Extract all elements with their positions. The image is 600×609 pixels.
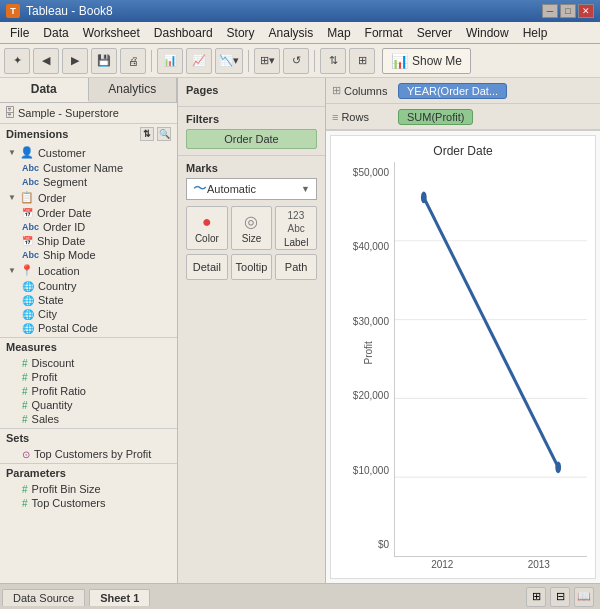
field-label-profit-bin-size: Profit Bin Size (32, 483, 101, 495)
field-customer-name[interactable]: Abc Customer Name (0, 161, 177, 175)
tab-analytics[interactable]: Analytics (89, 78, 178, 102)
hash-icon-bin-size: # (22, 484, 28, 495)
field-list: ▼ 👤 Customer Abc Customer Name Abc Segme… (0, 144, 177, 583)
menu-data[interactable]: Data (37, 24, 74, 42)
tab-data[interactable]: Data (0, 78, 89, 102)
toolbar-forward-btn[interactable]: ▶ (62, 48, 88, 74)
menu-format[interactable]: Format (359, 24, 409, 42)
marks-label-btn[interactable]: 123Abc Label (275, 206, 317, 250)
y-axis: $50,000 $40,000 $30,000 $20,000 $10,000 … (339, 162, 394, 570)
tab-data-source[interactable]: Data Source (2, 589, 85, 606)
minimize-button[interactable]: ─ (542, 4, 558, 18)
new-dashboard-icon[interactable]: ⊟ (550, 587, 570, 607)
toolbar-print-btn[interactable]: 🖨 (120, 48, 146, 74)
toolbar-group-btn[interactable]: ⊞ (349, 48, 375, 74)
menu-worksheet[interactable]: Worksheet (77, 24, 146, 42)
field-discount[interactable]: # Discount (0, 356, 177, 370)
field-ship-mode[interactable]: Abc Ship Mode (0, 248, 177, 262)
field-profit[interactable]: # Profit (0, 370, 177, 384)
dim-sort-btn[interactable]: ⇅ (140, 127, 154, 141)
columns-pill[interactable]: YEAR(Order Dat... (398, 83, 507, 99)
menu-map[interactable]: Map (321, 24, 356, 42)
search-bar: 🗄 Sample - Superstore (0, 103, 177, 124)
field-group-customer[interactable]: ▼ 👤 Customer (0, 144, 177, 161)
marks-size-btn[interactable]: ◎ Size (231, 206, 273, 250)
toolbar-sort-btn[interactable]: ⇅ (320, 48, 346, 74)
x-axis: 2012 2013 (394, 559, 587, 570)
size-circle-icon: ◎ (244, 212, 258, 231)
marks-path-btn[interactable]: Path (275, 254, 317, 280)
field-country[interactable]: 🌐 Country (0, 279, 177, 293)
hash-icon-top-customers: # (22, 498, 28, 509)
filters-section: Filters Order Date (178, 107, 325, 156)
menu-dashboard[interactable]: Dashboard (148, 24, 219, 42)
database-icon: 🗄 (4, 106, 16, 120)
toolbar-filter-btn[interactable]: ⊞▾ (254, 48, 280, 74)
field-state[interactable]: 🌐 State (0, 293, 177, 307)
dim-controls: ⇅ 🔍 (140, 127, 171, 141)
hash-icon-profit: # (22, 372, 28, 383)
new-story-icon[interactable]: 📖 (574, 587, 594, 607)
marks-label-label: Label (284, 237, 308, 248)
toolbar-back-btn[interactable]: ◀ (33, 48, 59, 74)
set-icon: ⊙ (22, 449, 30, 460)
toolbar-chart-btn3[interactable]: 📉▾ (215, 48, 243, 74)
rows-shelf: ≡ Rows SUM(Profit) (326, 104, 600, 130)
y-value-0: $0 (378, 539, 389, 550)
field-profit-bin-size[interactable]: # Profit Bin Size (0, 482, 177, 496)
params-section-label: Parameters (0, 463, 177, 482)
order-group-label: Order (38, 192, 66, 204)
menu-story[interactable]: Story (221, 24, 261, 42)
y-value-1: $10,000 (353, 465, 389, 476)
marks-dropdown[interactable]: 〜 Automatic ▼ (186, 178, 317, 200)
location-group-label: Location (38, 265, 80, 277)
field-top-customers-by-profit[interactable]: ⊙ Top Customers by Profit (0, 447, 177, 461)
menu-file[interactable]: File (4, 24, 35, 42)
field-top-customers-param[interactable]: # Top Customers (0, 496, 177, 510)
field-group-order[interactable]: ▼ 📋 Order (0, 189, 177, 206)
field-ship-date[interactable]: 📅 Ship Date (0, 234, 177, 248)
menu-window[interactable]: Window (460, 24, 515, 42)
marks-detail-btn[interactable]: Detail (186, 254, 228, 280)
field-order-date[interactable]: 📅 Order Date (0, 206, 177, 220)
main-layout: Data Analytics 🗄 Sample - Superstore Dim… (0, 78, 600, 583)
dropdown-arrow-icon: ▼ (301, 184, 310, 194)
marks-tooltip-btn[interactable]: Tooltip (231, 254, 273, 280)
field-label-postal-code: Postal Code (38, 322, 98, 334)
field-group-location[interactable]: ▼ 📍 Location (0, 262, 177, 279)
toolbar-sep-1 (151, 50, 152, 72)
field-quantity[interactable]: # Quantity (0, 398, 177, 412)
field-segment[interactable]: Abc Segment (0, 175, 177, 189)
marks-color-btn[interactable]: ● Color (186, 206, 228, 250)
field-label-segment: Segment (43, 176, 87, 188)
close-button[interactable]: ✕ (578, 4, 594, 18)
field-order-id[interactable]: Abc Order ID (0, 220, 177, 234)
field-profit-ratio[interactable]: # Profit Ratio (0, 384, 177, 398)
maximize-button[interactable]: □ (560, 4, 576, 18)
filter-order-date[interactable]: Order Date (186, 129, 317, 149)
toolbar-sparkle-btn[interactable]: ✦ (4, 48, 30, 74)
toolbar-refresh-btn[interactable]: ↺ (283, 48, 309, 74)
field-label-sales: Sales (32, 413, 60, 425)
toolbar-chart-btn2[interactable]: 📈 (186, 48, 212, 74)
dim-search-btn[interactable]: 🔍 (157, 127, 171, 141)
field-postal-code[interactable]: 🌐 Postal Code (0, 321, 177, 335)
field-label-quantity: Quantity (32, 399, 73, 411)
field-city[interactable]: 🌐 City (0, 307, 177, 321)
customer-group-label: Customer (38, 147, 86, 159)
menu-analysis[interactable]: Analysis (263, 24, 320, 42)
toolbar-chart-btn1[interactable]: 📊 (157, 48, 183, 74)
menu-server[interactable]: Server (411, 24, 458, 42)
field-label-ship-mode: Ship Mode (43, 249, 96, 261)
group-icon-location: 📍 (20, 264, 34, 277)
new-sheet-icon[interactable]: ⊞ (526, 587, 546, 607)
menu-help[interactable]: Help (517, 24, 554, 42)
tab-sheet1[interactable]: Sheet 1 (89, 589, 150, 606)
expand-customer-icon: ▼ (8, 148, 16, 157)
toolbar-save-btn[interactable]: 💾 (91, 48, 117, 74)
rows-pill[interactable]: SUM(Profit) (398, 109, 473, 125)
data-source-label: Sample - Superstore (18, 107, 173, 119)
show-me-button[interactable]: 📊 Show Me (382, 48, 471, 74)
field-sales[interactable]: # Sales (0, 412, 177, 426)
panel-tabs: Data Analytics (0, 78, 177, 103)
